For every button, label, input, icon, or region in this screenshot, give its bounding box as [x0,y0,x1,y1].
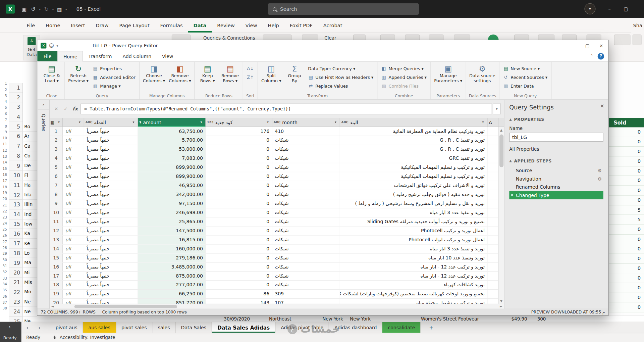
search-input[interactable]: Search [268,3,419,15]
cell[interactable]: 277,007.00 [138,281,206,289]
cell[interactable]: جنيهاً مصرياً [84,272,138,280]
cell[interactable]: ull [63,227,84,235]
cell[interactable] [487,190,498,199]
cell[interactable] [487,281,498,289]
row-header[interactable]: 23 [9,297,23,307]
ribbon-tab-data[interactable]: Data [188,18,212,33]
cell[interactable]: جنيهاً مصرياً [84,262,138,271]
row-header[interactable]: 6 [9,132,23,141]
cell[interactable]: توريد كشافات كهرباء [340,281,488,289]
sold-value-cell[interactable]: 0 [609,186,644,196]
button-group-by[interactable]: ΣGroupBy [284,62,305,93]
cell[interactable] [487,254,498,262]
share-button[interactable]: Sha [632,18,644,33]
pq-close-icon[interactable]: × [594,40,608,51]
table-row[interactable]: 14ullجنيهاً مصرياً160,000.000شيكاتتوريد … [50,245,498,254]
cell[interactable]: 899,900.00 [138,163,206,172]
cell[interactable]: جنيهاً مصرياً [84,299,138,304]
cell[interactable]: ull [63,299,84,304]
cell[interactable]: جنيهاً مصرياً [84,136,138,145]
cell[interactable]: اعمال توريد و تركيب Photocell [340,227,488,235]
row-header[interactable]: 4 [9,112,23,122]
cell[interactable] [487,163,498,172]
sold-value-cell[interactable]: 0 [609,157,644,166]
cell[interactable]: ull [63,154,84,163]
cell[interactable] [487,236,498,244]
cell[interactable]: شيكات [272,236,340,244]
table-row[interactable]: 18ullجنيهاً مصرياً277,007.000شيكاتتوريد … [50,281,498,290]
help-icon[interactable]: ? [598,53,604,59]
redo-caret-icon[interactable]: ▾ [52,7,54,11]
button-close-load[interactable]: ▤Close &Load ▾ [41,62,62,93]
row-header[interactable]: 14 [9,209,23,219]
cell[interactable]: توريد و تركيب و تسليم المهمات الميكانيكي… [340,172,488,181]
row-header[interactable]: 7 [9,141,23,151]
cell[interactable]: توريد و نقل و تسليم ارض المشروع وسط ترشي… [340,199,488,208]
cell[interactable]: شيكات [272,190,340,199]
button-manage[interactable]: ▥Manage ▾ [91,82,137,90]
pq-titlebar[interactable]: X ☺ ▾ tbl_LG - Power Query Editor – ▢ × [37,40,608,51]
queries-pane-label[interactable]: Queries [41,114,46,131]
cell[interactable]: 309 [272,290,340,298]
row-header[interactable]: 1 [9,83,23,93]
horizontal-scroll-thumb[interactable] [74,305,177,308]
cell[interactable]: 25,865.00 [138,217,206,226]
table-row[interactable]: 9ullجنيهاً مصرياً97,150.000شيكاتتوريد و … [50,199,498,208]
cell[interactable]: جنيهاً مصرياً [84,172,138,181]
row-header[interactable]: 18 [9,248,23,258]
ribbon-tab-review[interactable]: Review [212,18,240,33]
sheet-tab-consalidate[interactable]: consalidate [383,322,421,333]
avatar[interactable]: ✦ [584,3,595,14]
sold-value-cell[interactable]: 5 [609,205,644,215]
cell[interactable]: توريد و تركيب عدد 12 - ابار مياه [340,262,488,271]
cell[interactable]: 53,000.00 [138,145,206,154]
ribbon-tab-insert[interactable]: Insert [65,18,90,33]
cell[interactable] [487,154,498,163]
ribbon-tab-home[interactable]: Home [40,18,65,33]
table-row[interactable]: 1ullجنيهاً مصرياً63,750.00176410توريد وت… [50,127,498,136]
cell[interactable]: جنيهاً مصرياً [84,145,138,154]
cell[interactable]: ull [63,217,84,226]
row-header[interactable]: 16 [9,229,23,239]
button-enter-data[interactable]: ▥Enter Data [501,82,549,90]
cell[interactable]: 342,000.00 [138,190,206,199]
cell[interactable]: ull [63,208,84,217]
cell[interactable]: ull [63,254,84,262]
cell[interactable]: 0 [206,281,272,289]
cell[interactable]: توريد و تنفيذ G . R . C [340,136,488,145]
horizontal-scrollbar[interactable]: ◄ ► [50,304,504,309]
pq-restore-icon[interactable]: ▢ [580,40,594,51]
button-properties[interactable]: ▤Properties [91,64,137,72]
button-data-source-settings[interactable]: ⚙Data sourcesettings [468,62,496,93]
cell[interactable]: شيكات [272,281,340,289]
applied-step-changed-type[interactable]: ✕Changed Type [509,191,603,199]
cell[interactable]: شيكات [272,199,340,208]
sheet-tab-data-sales[interactable]: Data Sales [176,322,212,333]
undo-icon[interactable]: ↺ [29,6,38,12]
quick-access-caret-icon[interactable]: ▾ [56,44,58,47]
tab-scroll-right-icon[interactable]: › [38,325,40,331]
applied-step-renamed-columns[interactable]: Renamed Columns [509,183,603,191]
row-header[interactable]: 24 [9,307,23,316]
delete-step-icon[interactable]: ✕ [511,193,514,197]
sold-value-cell[interactable]: 0 [609,303,644,312]
vertical-scrollbar[interactable]: ▲ ▼ [498,127,504,304]
cell[interactable] [487,199,498,208]
cell[interactable]: شيكات [272,217,340,226]
pq-tab-view[interactable]: View [157,51,178,61]
row-header[interactable]: 21 [9,278,23,287]
cell[interactable]: شيكات [272,181,340,190]
ribbon-tab-acrobat[interactable]: Acrobat [318,18,348,33]
table-row[interactable]: 3ullجنيهاً مصرياً53,000.000شيكاتتوريد و … [50,145,498,154]
cell[interactable]: 66,250.00 [138,290,206,298]
sheet-tab-sales[interactable]: sales [153,322,176,333]
row-header[interactable]: 3 [9,102,23,112]
cell[interactable]: توريد و تنفيذ عدد 3 ابار مياه [340,245,488,253]
cell[interactable]: شيكات [272,272,340,280]
cell[interactable]: ull [63,245,84,253]
button-replace-values[interactable]: ⇄Replace Values [306,82,375,90]
ribbon-tab-foxit-pdf[interactable]: Foxit PDF [284,18,318,33]
cell[interactable]: جنيهاً مصرياً [84,208,138,217]
row-header[interactable]: 13 [9,200,23,209]
column-header-x[interactable]: ▾ [63,118,84,127]
